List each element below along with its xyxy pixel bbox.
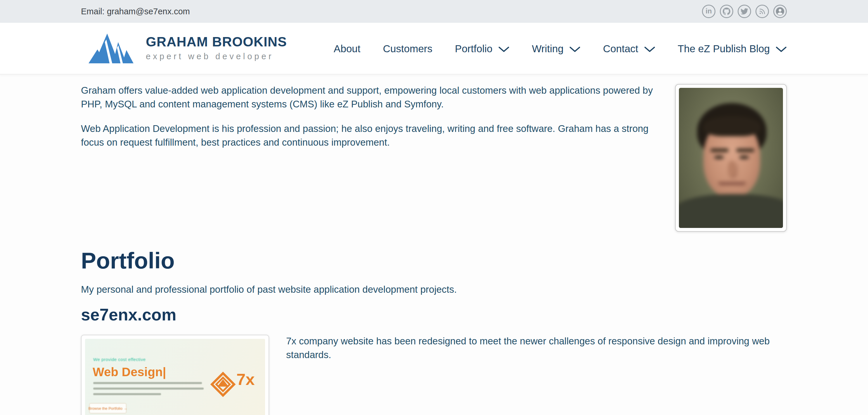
- portrait-photo: [679, 88, 783, 228]
- nav-item-about[interactable]: About: [334, 43, 360, 55]
- project-title: se7enx.com: [81, 305, 176, 324]
- thumbnail-preview: We provide cost effective Web Design| Br…: [85, 339, 265, 415]
- linkedin-icon[interactable]: in: [702, 5, 715, 18]
- mountain-logo-icon: [89, 32, 139, 64]
- email-text: Email: graham@se7enx.com: [81, 7, 190, 16]
- brand-logo[interactable]: GRAHAM BROOKINS expert web developer: [89, 32, 287, 64]
- social-links: in: [702, 5, 787, 18]
- intro-paragraph-1: Graham offers value-added web applicatio…: [81, 83, 671, 111]
- nav-item-customers[interactable]: Customers: [383, 43, 432, 55]
- page: Email: graham@se7enx.com in: [0, 0, 868, 415]
- thumb-headline-text: Web Design|: [93, 365, 166, 379]
- thumb-text-line: [93, 382, 202, 384]
- chevron-down-icon: [776, 46, 787, 53]
- thumb-logo-text: 7x: [237, 370, 254, 389]
- github-icon[interactable]: [720, 5, 733, 18]
- main-nav: About Customers Portfolio Writing Contac…: [334, 23, 787, 75]
- chevron-down-icon: [498, 46, 509, 53]
- twitter-icon[interactable]: [738, 5, 751, 18]
- nav-item-writing[interactable]: Writing: [532, 43, 581, 55]
- thumb-cta-button: Browse the Portfolio →: [89, 403, 127, 414]
- nav-item-contact[interactable]: Contact: [603, 43, 655, 55]
- nav-item-ez-publish-blog[interactable]: The eZ Publish Blog: [678, 43, 787, 55]
- chevron-down-icon: [644, 46, 655, 53]
- project-thumbnail[interactable]: We provide cost effective Web Design| Br…: [81, 335, 269, 415]
- project-description: 7x company website has been redesigned t…: [286, 334, 783, 361]
- rss-icon[interactable]: [755, 5, 769, 18]
- page-title: Portfolio: [81, 247, 175, 274]
- chevron-down-icon: [569, 46, 581, 53]
- 7x-diamond-logo-icon: [209, 370, 237, 399]
- thumb-body-text: [93, 382, 204, 399]
- thumb-text-line: [93, 387, 204, 390]
- site-header: GRAHAM BROOKINS expert web developer Abo…: [0, 23, 868, 75]
- intro-paragraph-2: Web Application Development is his profe…: [81, 122, 671, 149]
- brand-tagline: expert web developer: [146, 51, 287, 61]
- brand-name: GRAHAM BROOKINS: [146, 34, 287, 49]
- topbar: Email: graham@se7enx.com in: [0, 0, 868, 23]
- thumb-eyebrow-text: We provide cost effective: [93, 357, 146, 362]
- nav-item-portfolio[interactable]: Portfolio: [455, 43, 509, 55]
- portfolio-subtitle: My personal and professional portfolio o…: [81, 282, 695, 296]
- portrait-frame: [675, 84, 787, 232]
- profile-icon[interactable]: [773, 5, 787, 18]
- thumb-text-line: [93, 393, 161, 395]
